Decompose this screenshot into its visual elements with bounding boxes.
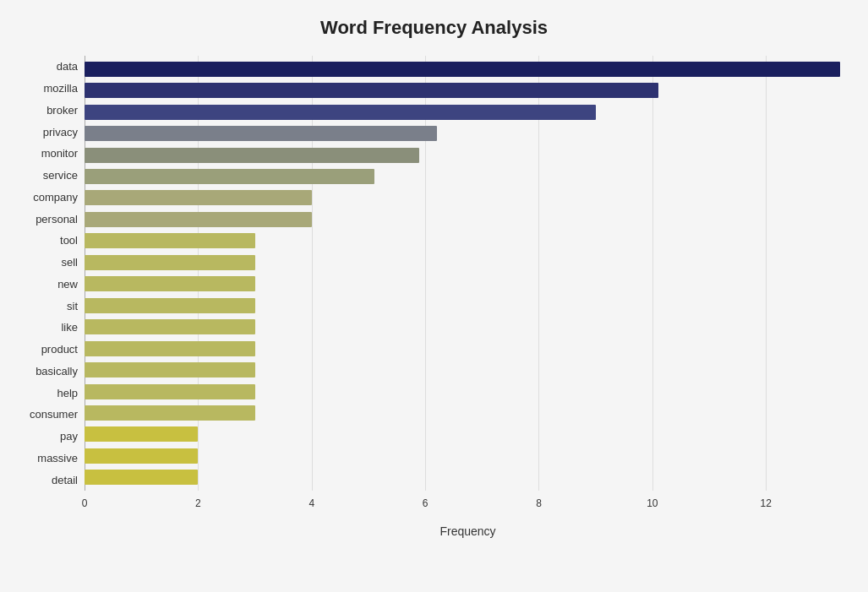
bar-row-monitor	[85, 144, 851, 166]
x-axis-label: Frequency	[85, 524, 851, 538]
bar-row-tool	[85, 231, 851, 252]
bar-row-massive	[85, 445, 851, 466]
bar-consumer	[85, 405, 255, 421]
bar-row-detail	[85, 467, 851, 488]
bar-basically	[85, 362, 255, 377]
bar-sit	[85, 298, 255, 313]
bar-row-data	[85, 58, 851, 79]
bar-row-basically	[85, 359, 851, 380]
bar-broker	[85, 105, 596, 120]
y-axis-label-detail: detail	[52, 469, 78, 491]
bar-row-broker	[85, 101, 851, 122]
bar-monitor	[85, 148, 419, 163]
y-axis-label-basically: basically	[35, 361, 78, 383]
y-axis-label-product: product	[41, 339, 78, 361]
bar-row-privacy	[85, 122, 851, 144]
chart-container: Word Frequency Analysis datamozillabroke…	[0, 0, 868, 592]
y-axis-label-consumer: consumer	[30, 404, 78, 426]
chart-plot-area	[85, 56, 851, 491]
bar-row-consumer	[85, 402, 851, 423]
x-tick-4: 4	[308, 497, 314, 509]
y-axis-label-sit: sit	[67, 295, 78, 317]
bar-personal	[85, 212, 312, 227]
bar-mozilla	[85, 83, 658, 98]
x-tick-2: 2	[195, 497, 201, 509]
y-axis-label-data: data	[57, 56, 78, 78]
x-tick-10: 10	[647, 497, 658, 509]
y-axis-label-monitor: monitor	[41, 143, 78, 165]
y-axis-label-service: service	[43, 165, 78, 187]
bar-row-sell	[85, 252, 851, 273]
bar-row-new	[85, 274, 851, 295]
bar-row-company	[85, 187, 851, 209]
bar-like	[85, 319, 255, 334]
bar-row-pay	[85, 424, 851, 445]
bar-help	[85, 384, 255, 399]
y-axis-label-massive: massive	[37, 448, 78, 470]
y-axis-label-personal: personal	[35, 208, 78, 230]
y-axis-label-help: help	[57, 382, 78, 404]
y-axis-label-privacy: privacy	[43, 121, 78, 143]
bar-row-product	[85, 338, 851, 359]
y-axis-label-pay: pay	[60, 426, 78, 448]
x-tick-8: 8	[536, 497, 542, 509]
y-axis-labels: datamozillabrokerprivacymonitorserviceco…	[17, 56, 85, 491]
bar-row-service	[85, 166, 851, 187]
bar-row-mozilla	[85, 79, 851, 100]
bar-privacy	[85, 126, 437, 141]
x-tick-0: 0	[82, 497, 88, 509]
y-axis-label-broker: broker	[46, 100, 78, 122]
bar-product	[85, 341, 255, 356]
bar-sell	[85, 255, 255, 270]
bar-row-help	[85, 381, 851, 402]
bar-row-sit	[85, 295, 851, 316]
bar-tool	[85, 233, 255, 248]
y-axis-label-tool: tool	[60, 230, 78, 252]
bar-massive	[85, 448, 198, 464]
bar-detail	[85, 470, 198, 485]
bar-company	[85, 190, 312, 205]
bar-pay	[85, 426, 198, 442]
x-tick-12: 12	[761, 497, 772, 509]
x-axis: 024681012	[85, 491, 851, 524]
y-axis-label-company: company	[33, 187, 78, 209]
chart-title: Word Frequency Analysis	[17, 17, 851, 39]
bar-new	[85, 276, 255, 291]
bar-row-like	[85, 316, 851, 337]
bar-service	[85, 169, 374, 184]
bar-data	[85, 62, 840, 77]
y-axis-label-mozilla: mozilla	[44, 78, 78, 100]
y-axis-label-like: like	[61, 317, 78, 339]
bar-row-personal	[85, 209, 851, 230]
y-axis-label-new: new	[57, 274, 78, 296]
y-axis-label-sell: sell	[61, 252, 78, 274]
x-tick-6: 6	[423, 497, 429, 509]
